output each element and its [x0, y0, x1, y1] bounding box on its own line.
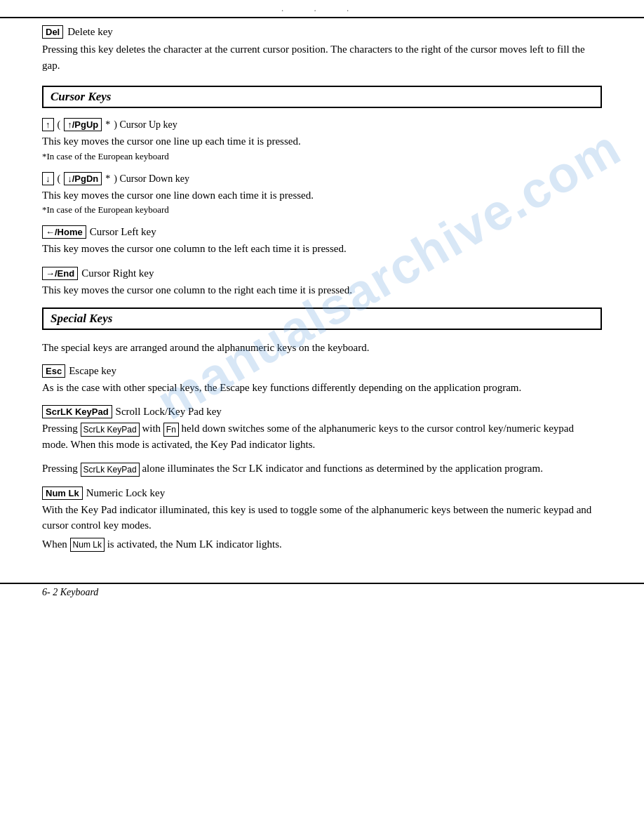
special-keys-title: Special Keys: [51, 312, 112, 325]
numlk-body2: When Num Lk is activated, the Num LK ind…: [42, 536, 602, 552]
cursor-keys-header: Cursor Keys: [42, 86, 602, 108]
esc-body: As is the case with other special keys, …: [42, 380, 602, 396]
scrlk-key-entry: ScrLK KeyPad Scroll Lock/Key Pad key Pre…: [42, 405, 602, 477]
cursor-down-header: ↓ ( ↓/PgDn * ) Cursor Down key: [42, 172, 602, 185]
cursor-left-body: This key moves the cursor one column to …: [42, 241, 602, 257]
cursor-keys-title: Cursor Keys: [51, 90, 111, 103]
cursor-up-header: ↑ ( ↑/PgUp * ) Cursor Up key: [42, 118, 602, 131]
scrlk-key: ScrLK KeyPad: [42, 405, 112, 418]
scrlk-key-header: ScrLK KeyPad Scroll Lock/Key Pad key: [42, 405, 602, 418]
numlk-key-entry: Num Lk Numeric Lock key With the Key Pad…: [42, 486, 602, 552]
special-keys-header: Special Keys: [42, 307, 602, 330]
scrlk-body1: Pressing ScrLk KeyPad with Fn held down …: [42, 421, 602, 452]
bottom-label: 6- 2 Keyboard: [0, 584, 644, 601]
fn-key: Fn: [163, 423, 179, 437]
cursor-right-body: This key moves the cursor one column to …: [42, 282, 602, 298]
numlk-inline-key: Num Lk: [70, 538, 105, 552]
cursor-up-footnote: *In case of the European keyboard: [42, 151, 602, 162]
del-heading: Delete key: [67, 26, 113, 38]
esc-label: Escape key: [69, 365, 116, 377]
numlk-body1: With the Key Pad indicator illuminated, …: [42, 502, 602, 534]
del-key: Del: [42, 25, 63, 39]
scrlk-label: Scroll Lock/Key Pad key: [116, 406, 222, 418]
numlk-label: Numeric Lock key: [86, 487, 165, 499]
special-keys-intro: The special keys are arranged around the…: [42, 340, 602, 356]
cursor-right-key: →/End: [42, 267, 78, 280]
cursor-down-key-main: ↓: [42, 172, 54, 185]
escape-key-entry: Esc Escape key As is the case with other…: [42, 364, 602, 396]
cursor-up-body: This key moves the cursor one line up ea…: [42, 133, 602, 150]
del-header: Del Delete key: [42, 25, 602, 39]
cursor-up-entry: ↑ ( ↑/PgUp * ) Cursor Up key This key mo…: [42, 118, 602, 162]
cursor-down-key-alt: ↓/PgDn: [64, 172, 102, 185]
cursor-down-entry: ↓ ( ↓/PgDn * ) Cursor Down key This key …: [42, 172, 602, 216]
scrlk-inline-key1: ScrLk KeyPad: [81, 423, 140, 437]
cursor-up-key-main: ↑: [42, 118, 54, 131]
escape-key-header: Esc Escape key: [42, 364, 602, 378]
page-container: manualsarchive.com . . . Del Delete key …: [0, 0, 644, 834]
scrlk-inline-key2: ScrLk KeyPad: [81, 463, 140, 477]
cursor-right-label: Cursor Right key: [81, 267, 154, 279]
cursor-down-footnote: *In case of the European keyboard: [42, 204, 602, 216]
cursor-down-body: This key moves the cursor one line down …: [42, 187, 602, 204]
scrlk-body2: Pressing ScrLk KeyPad alone illuminates …: [42, 461, 602, 477]
cursor-left-key: ←/Home: [42, 225, 86, 239]
cursor-right-entry: →/End Cursor Right key This key moves th…: [42, 267, 602, 298]
cursor-left-label: Cursor Left key: [90, 226, 156, 238]
cursor-left-header: ←/Home Cursor Left key: [42, 225, 602, 239]
cursor-right-header: →/End Cursor Right key: [42, 267, 602, 280]
esc-key: Esc: [42, 364, 65, 378]
numlk-key: Num Lk: [42, 486, 83, 500]
cursor-up-key-alt: ↑/PgUp: [64, 118, 102, 131]
content-area: Del Delete key Pressing this key deletes…: [0, 18, 644, 576]
del-section: Del Delete key Pressing this key deletes…: [42, 25, 602, 73]
top-decoration: . . .: [0, 0, 644, 17]
cursor-left-entry: ←/Home Cursor Left key This key moves th…: [42, 225, 602, 257]
numlk-key-header: Num Lk Numeric Lock key: [42, 486, 602, 500]
del-body: Pressing this key deletes the character …: [42, 41, 602, 73]
